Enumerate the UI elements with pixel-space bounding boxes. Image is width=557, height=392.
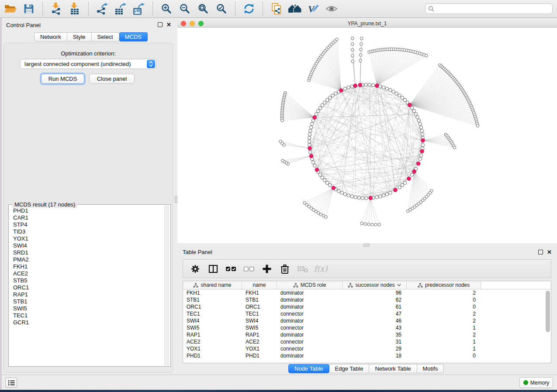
network-node[interactable] — [281, 159, 284, 162]
mcds-result-item[interactable]: TID3 — [13, 228, 163, 235]
network-node[interactable] — [281, 119, 284, 122]
mcds-hub-node[interactable] — [408, 103, 412, 107]
network-node[interactable] — [321, 103, 324, 107]
network-node[interactable] — [347, 86, 350, 89]
network-node[interactable] — [407, 210, 410, 213]
network-node[interactable] — [364, 83, 368, 86]
table-cell[interactable]: STB1 — [183, 296, 242, 303]
network-node[interactable] — [318, 173, 322, 177]
mcds-result-item[interactable]: ORC1 — [13, 284, 163, 291]
network-canvas[interactable] — [177, 28, 557, 243]
table-cell[interactable]: connector — [277, 324, 343, 331]
network-node[interactable] — [325, 216, 328, 219]
network-node[interactable] — [351, 60, 354, 63]
network-node[interactable] — [315, 113, 318, 116]
table-cell[interactable]: 31 — [343, 338, 407, 345]
table-cell[interactable]: STB1 — [242, 296, 277, 303]
table-cell[interactable]: 43 — [343, 324, 407, 331]
float-panel-icon[interactable] — [158, 22, 163, 27]
table-cell[interactable]: 0 — [407, 303, 481, 310]
network-node[interactable] — [360, 37, 363, 40]
network-node[interactable] — [395, 92, 398, 95]
network-node[interactable] — [351, 54, 354, 57]
export-network-button[interactable] — [94, 1, 110, 16]
table-cell[interactable]: dominator — [277, 331, 343, 338]
table-cell[interactable]: 18 — [343, 352, 407, 359]
network-node[interactable] — [414, 113, 418, 116]
tab-edge-table[interactable]: Edge Table — [329, 364, 370, 373]
network-node[interactable] — [419, 154, 423, 158]
mcds-hub-node[interactable] — [332, 186, 336, 190]
table-row[interactable]: ACE2ACE2connector311 — [183, 338, 545, 345]
column-header-name[interactable]: name — [242, 281, 277, 289]
network-node[interactable] — [309, 126, 313, 129]
network-node[interactable] — [359, 54, 362, 57]
network-node[interactable] — [403, 181, 407, 185]
network-node[interactable] — [308, 136, 311, 140]
run-mcds-button[interactable]: Run MCDS — [41, 74, 84, 84]
network-node[interactable] — [318, 107, 322, 110]
mcds-result-item[interactable]: FKH1 — [13, 263, 163, 270]
close-panel-icon[interactable]: ✕ — [166, 22, 171, 27]
table-cell[interactable]: 2 — [407, 289, 481, 296]
search-input[interactable] — [434, 4, 552, 13]
network-node[interactable] — [425, 54, 428, 57]
mcds-hub-node[interactable] — [339, 89, 343, 93]
network-node[interactable] — [328, 96, 332, 100]
table-cell[interactable]: dominator — [277, 352, 343, 359]
network-node[interactable] — [334, 92, 338, 95]
network-node[interactable] — [308, 133, 311, 136]
table-cell[interactable]: PHD1 — [242, 352, 277, 359]
network-node[interactable] — [379, 85, 382, 88]
table-cell[interactable]: 0 — [407, 296, 481, 303]
table-cell[interactable]: connector — [277, 310, 343, 317]
network-node[interactable] — [360, 222, 363, 225]
network-node[interactable] — [313, 164, 317, 168]
mcds-result-item[interactable]: TEC1 — [13, 312, 163, 319]
network-node[interactable] — [389, 191, 392, 195]
mcds-result-item[interactable]: STP4 — [13, 221, 163, 228]
zoom-in-button[interactable] — [159, 1, 174, 16]
network-node[interactable] — [340, 191, 344, 195]
table-cell[interactable]: FKH1 — [183, 289, 242, 296]
mcds-hub-node[interactable] — [420, 149, 424, 153]
mcds-result-item[interactable]: RAP1 — [13, 291, 163, 298]
network-node[interactable] — [351, 43, 354, 46]
deselect-all-columns-button[interactable] — [241, 261, 257, 276]
tab-select[interactable]: Select — [92, 32, 119, 41]
table-cell[interactable]: PHD1 — [183, 352, 242, 359]
table-cell[interactable]: 96 — [343, 289, 407, 296]
column-header-shared-name[interactable]: shared name — [183, 281, 242, 289]
column-header-predecessor-nodes[interactable]: predecessor nodes — [407, 281, 481, 289]
table-cell[interactable]: dominator — [277, 303, 343, 310]
scrollbar-thumb[interactable] — [546, 291, 550, 332]
clone-network-button[interactable] — [269, 1, 284, 16]
network-node[interactable] — [323, 101, 326, 104]
mcds-result-item[interactable]: SRD1 — [13, 249, 163, 256]
network-node[interactable] — [361, 196, 364, 200]
show-hide-button[interactable] — [324, 1, 339, 16]
network-node[interactable] — [419, 157, 422, 161]
table-cell[interactable]: dominator — [277, 296, 343, 303]
network-node[interactable] — [321, 176, 324, 179]
table-cell[interactable]: 46 — [343, 317, 407, 324]
network-node[interactable] — [343, 87, 347, 90]
network-node[interactable] — [325, 181, 329, 185]
network-browser-button[interactable] — [287, 1, 303, 16]
open-session-button[interactable] — [3, 1, 18, 16]
network-node[interactable] — [389, 89, 392, 92]
table-cell[interactable]: ORC1 — [242, 303, 277, 310]
network-node[interactable] — [311, 122, 314, 126]
table-cell[interactable]: RAP1 — [242, 331, 277, 338]
mcds-result-item[interactable]: SWI4 — [13, 242, 163, 249]
network-node[interactable] — [398, 186, 401, 189]
table-row[interactable]: TEC1TEC1connector472 — [183, 310, 545, 317]
mcds-result-item[interactable]: CAR1 — [13, 214, 163, 221]
table-row[interactable]: RAP1RAP1dominator352 — [183, 331, 545, 338]
function-builder-button[interactable]: f(x) — [313, 261, 329, 276]
network-node[interactable] — [416, 116, 419, 119]
network-node[interactable] — [350, 85, 354, 88]
table-cell[interactable]: RAP1 — [183, 331, 242, 338]
table-cell[interactable]: connector — [277, 338, 343, 345]
table-cell[interactable]: 1 — [407, 324, 481, 331]
